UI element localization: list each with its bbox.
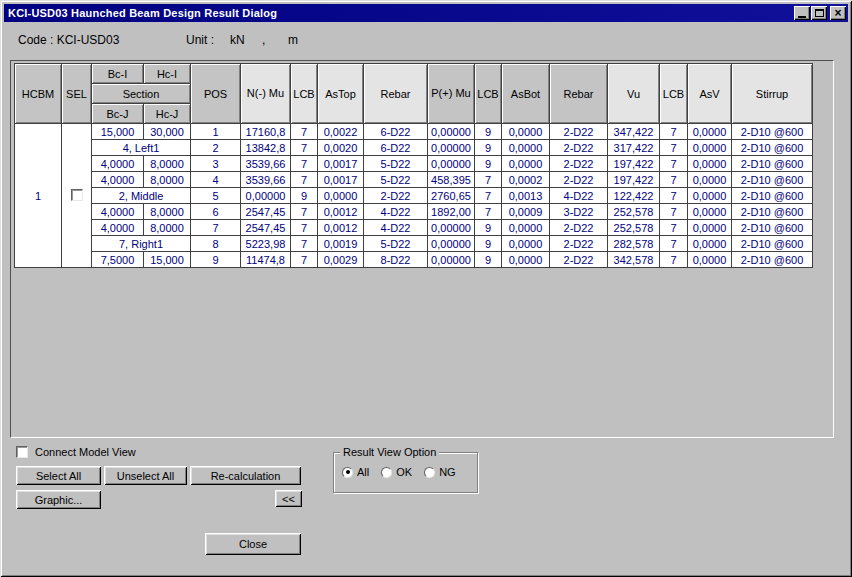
col-header-lcb-3: LCB xyxy=(660,64,688,124)
radio-all-label: All xyxy=(357,466,369,478)
radio-ok-label: OK xyxy=(396,466,412,478)
cell-pos-mu: 2760,65 xyxy=(428,188,475,204)
close-dialog-button[interactable]: Close xyxy=(205,533,301,555)
cell-neg-mu: 11474,8 xyxy=(241,252,291,268)
cell-rebar-top: 6-D22 xyxy=(364,124,428,140)
cell-pos: 8 xyxy=(191,236,241,252)
cell-asbot: 0,0000 xyxy=(502,140,550,156)
cell-lcb: 7 xyxy=(475,172,502,188)
collapse-button[interactable]: << xyxy=(275,490,302,507)
cell-rebar-bot: 2-D22 xyxy=(550,124,608,140)
cell-lcb: 9 xyxy=(475,124,502,140)
col-header-neg-mu: N(-) Mu xyxy=(241,64,291,124)
cell-vu: 342,578 xyxy=(608,252,660,268)
cell-vu: 252,578 xyxy=(608,204,660,220)
col-header-bc-j: Bc-J xyxy=(92,104,144,124)
sel-cell xyxy=(62,124,92,268)
title-bar[interactable]: KCI-USD03 Haunched Beam Design Result Di… xyxy=(4,4,848,22)
cell-pos: 9 xyxy=(191,252,241,268)
cell-neg-mu: 3539,66 xyxy=(241,172,291,188)
cell-asbot: 0,0000 xyxy=(502,220,550,236)
cell-vu: 197,422 xyxy=(608,156,660,172)
cell-lcb: 7 xyxy=(660,252,688,268)
cell-asbot: 0,0000 xyxy=(502,236,550,252)
result-table-body: 115,00030,000117160,870,00226-D220,00000… xyxy=(15,124,813,268)
cell-lcb: 7 xyxy=(291,124,318,140)
connect-model-view-option[interactable]: Connect Model View xyxy=(16,446,136,458)
col-header-astop: AsTop xyxy=(318,64,364,124)
radio-ng-icon[interactable] xyxy=(424,467,435,478)
cell-section-h: 8,0000 xyxy=(144,220,191,236)
cell-stirrup: 2-D10 @600 xyxy=(732,124,813,140)
cell-astop: 0,0012 xyxy=(318,220,364,236)
unit-force-value: kN xyxy=(230,33,245,47)
cell-lcb: 9 xyxy=(475,236,502,252)
cell-pos: 7 xyxy=(191,220,241,236)
radio-ok-icon[interactable] xyxy=(381,467,392,478)
col-header-stirrup: Stirrup xyxy=(732,64,813,124)
table-row: 4,00008,000033539,6670,00175-D220,000009… xyxy=(15,156,813,172)
cell-lcb: 7 xyxy=(291,236,318,252)
cell-neg-mu: 17160,8 xyxy=(241,124,291,140)
result-panel: HCBM SEL Bc-I Hc-I POS N(-) Mu LCB AsTop… xyxy=(10,60,834,438)
table-row: 7, Right185223,9870,00195-D220,0000090,0… xyxy=(15,236,813,252)
row-select-checkbox[interactable] xyxy=(71,189,83,201)
close-icon: × xyxy=(834,8,841,18)
connect-model-view-label: Connect Model View xyxy=(35,446,136,458)
cell-pos: 3 xyxy=(191,156,241,172)
cell-lcb: 7 xyxy=(291,204,318,220)
cell-section-b: 4,0000 xyxy=(92,204,144,220)
connect-model-view-checkbox[interactable] xyxy=(16,446,28,458)
cell-astop: 0,0017 xyxy=(318,172,364,188)
cell-rebar-top: 5-D22 xyxy=(364,172,428,188)
cell-asv: 0,0000 xyxy=(688,124,732,140)
info-row: Code : KCI-USD03 Unit : kN , m xyxy=(0,33,852,49)
cell-vu: 282,578 xyxy=(608,236,660,252)
dialog-window: KCI-USD03 Haunched Beam Design Result Di… xyxy=(0,0,852,577)
minimize-button[interactable] xyxy=(794,6,810,20)
cell-stirrup: 2-D10 @600 xyxy=(732,156,813,172)
cell-section-b: 4,0000 xyxy=(92,156,144,172)
radio-option-ng[interactable]: NG xyxy=(424,466,456,478)
cell-asbot: 0,0000 xyxy=(502,124,550,140)
hcbm-value: 1 xyxy=(35,190,41,202)
radio-all-icon[interactable] xyxy=(342,467,353,478)
cell-pos: 1 xyxy=(191,124,241,140)
cell-lcb: 9 xyxy=(291,188,318,204)
cell-rebar-bot: 2-D22 xyxy=(550,140,608,156)
cell-neg-mu: 13842,8 xyxy=(241,140,291,156)
cell-pos-mu: 0,00000 xyxy=(428,220,475,236)
unselect-all-button[interactable]: Unselect All xyxy=(104,466,187,485)
dialog-title: KCI-USD03 Haunched Beam Design Result Di… xyxy=(8,7,277,19)
cell-stirrup: 2-D10 @600 xyxy=(732,220,813,236)
table-row: 4,00008,000043539,6670,00175-D22458,3957… xyxy=(15,172,813,188)
cell-rebar-top: 5-D22 xyxy=(364,236,428,252)
cell-stirrup: 2-D10 @600 xyxy=(732,172,813,188)
graphic-button[interactable]: Graphic... xyxy=(16,490,101,509)
cell-astop: 0,0017 xyxy=(318,156,364,172)
cell-stirrup: 2-D10 @600 xyxy=(732,140,813,156)
recalculation-button[interactable]: Re-calculation xyxy=(190,466,301,485)
cell-asv: 0,0000 xyxy=(688,204,732,220)
table-row: 4,00008,000072547,4570,00124-D220,000009… xyxy=(15,220,813,236)
radio-option-ok[interactable]: OK xyxy=(381,466,412,478)
cell-lcb: 9 xyxy=(475,252,502,268)
unit-label: Unit : xyxy=(186,33,214,47)
cell-rebar-top: 2-D22 xyxy=(364,188,428,204)
cell-asbot: 0,0002 xyxy=(502,172,550,188)
cell-section-h: 15,000 xyxy=(144,252,191,268)
cell-rebar-top: 4-D22 xyxy=(364,220,428,236)
radio-option-all[interactable]: All xyxy=(342,466,369,478)
col-header-hc-i: Hc-I xyxy=(144,64,191,84)
maximize-button[interactable] xyxy=(811,6,827,20)
cell-pos-mu: 0,00000 xyxy=(428,156,475,172)
result-view-option-label: Result View Option xyxy=(340,446,439,458)
cell-lcb: 7 xyxy=(660,220,688,236)
close-button[interactable]: × xyxy=(830,6,846,20)
cell-asv: 0,0000 xyxy=(688,236,732,252)
result-view-option-group: Result View Option All OK NG xyxy=(333,452,478,493)
col-header-asbot: AsBot xyxy=(502,64,550,124)
cell-astop: 0,0022 xyxy=(318,124,364,140)
select-all-button[interactable]: Select All xyxy=(16,466,101,485)
code-label: Code : KCI-USD03 xyxy=(18,33,119,47)
